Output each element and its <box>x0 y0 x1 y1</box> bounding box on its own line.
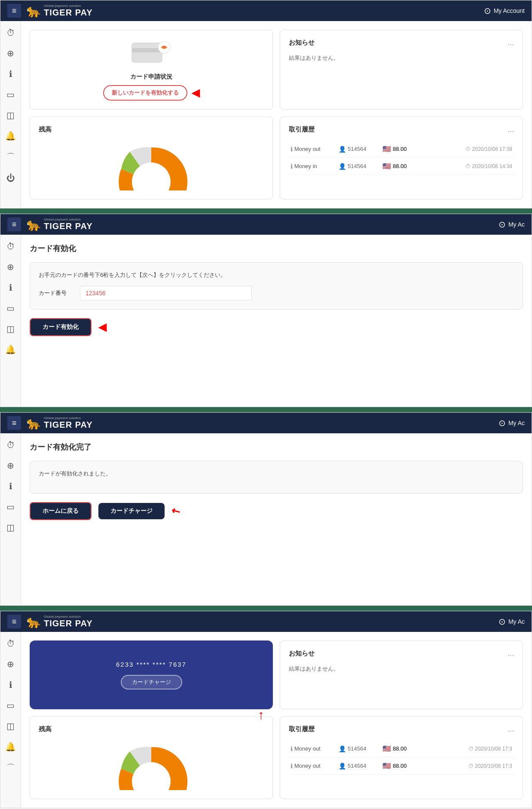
separator-3 <box>0 606 532 611</box>
sidebar-icon-circle-down[interactable]: ⊕ <box>7 48 14 58</box>
menu-button-1[interactable]: ≡ <box>7 4 21 18</box>
sidebar-4-icon-1[interactable]: ⏱ <box>6 639 15 649</box>
screen-3: ≡ 🐆 Global payment solution TIGER PAY ⊙ … <box>0 412 532 606</box>
sidebar-4-icon-5[interactable]: ◫ <box>6 721 15 731</box>
tx-id-4: 👤 514564 <box>339 745 377 752</box>
menu-button-2[interactable]: ≡ <box>7 218 21 231</box>
us-flag-icon: 🇺🇸 <box>382 145 391 153</box>
transaction-list-1: ℹ Money out 👤 514564 🇺🇸 88.00 <box>289 141 514 175</box>
red-arrow-3: ↖ <box>169 504 182 518</box>
tx-amount-4b: 🇺🇸 88.00 <box>382 762 417 770</box>
header-right-2: ⊙ My Ac <box>498 219 525 230</box>
sidebar-icon-info[interactable]: ℹ <box>9 69 12 79</box>
red-arrow-4: ↑ <box>258 708 264 722</box>
table-row: ℹ Money out 👤 514564 🇺🇸 88.00 <box>289 757 514 775</box>
header-1: ≡ 🐆 Global payment solution TIGER PAY ⊙ … <box>0 0 532 21</box>
tx-amount-value: 88.00 <box>393 146 407 152</box>
sidebar-2-icon-1[interactable]: ⏱ <box>6 242 15 251</box>
sidebar-3-icon-5[interactable]: ◫ <box>6 522 15 533</box>
tx-amount-value-4: 88.00 <box>393 745 407 752</box>
sidebar-4-icon-2[interactable]: ⊕ <box>7 659 14 669</box>
sidebar-icon-card[interactable]: ▭ <box>6 89 15 100</box>
sidebar-3-icon-2[interactable]: ⊕ <box>7 460 14 471</box>
notice-ellipsis-1[interactable]: ··· <box>508 40 514 49</box>
menu-button-3[interactable]: ≡ <box>7 416 21 430</box>
sidebar-4-icon-6[interactable]: 🔔 <box>5 742 16 752</box>
tx-type-out-1: ℹ Money out <box>290 146 333 153</box>
tx-date-value-4b: 2020/10/08 17:3 <box>475 763 512 769</box>
sidebar-2-icon-4[interactable]: ▭ <box>6 303 15 313</box>
account-label-4: My Ac <box>508 618 525 625</box>
card-number-input[interactable] <box>80 286 252 300</box>
tx-amount-4: 🇺🇸 88.00 <box>382 745 417 753</box>
separator-2 <box>0 407 532 412</box>
us-flag-icon-4b: 🇺🇸 <box>382 762 391 770</box>
header-left-2: ≡ 🐆 Global payment solution TIGER PAY <box>7 218 92 232</box>
activate-card-button-1[interactable]: 新しいカードを有効化する <box>103 85 187 101</box>
history-ellipsis-1[interactable]: ··· <box>508 127 514 136</box>
sidebar-2-icon-5[interactable]: ◫ <box>6 324 15 334</box>
account-icon-3: ⊙ <box>498 418 506 428</box>
tx-person-icon-2: 👤 <box>339 163 346 170</box>
logo-name-3: TIGER PAY <box>44 420 92 430</box>
menu-button-4[interactable]: ≡ <box>7 615 21 628</box>
header-3: ≡ 🐆 Global payment solution TIGER PAY ⊙ … <box>0 413 532 433</box>
donut-svg-1 <box>108 139 194 190</box>
sidebar-4-icon-4[interactable]: ▭ <box>6 700 15 711</box>
sidebar-icon-bell[interactable]: 🔔 <box>5 131 16 141</box>
tx-type-label-2: Money in <box>294 163 317 169</box>
tx-id-value-2: 514564 <box>348 163 366 169</box>
sidebar-2-icon-3[interactable]: ℹ <box>9 282 12 293</box>
logo-name-2: TIGER PAY <box>44 221 92 231</box>
account-label-1: My Account <box>494 7 525 14</box>
tx-info-icon-2: ℹ <box>290 163 293 170</box>
success-message-3: カードが有効化されました。 <box>39 470 514 478</box>
card-grid-1: カード申請状況 新しいカードを有効化する ◀ お知らせ ··· 結果はありません… <box>30 30 523 199</box>
activate-row: 新しいカードを有効化する ◀ <box>103 85 199 101</box>
tx-date-2: ⏱ 2020/10/08 14:34 <box>465 163 512 169</box>
history-card-1: 取引履歴 ··· ℹ Money out 👤 514564 <box>280 116 523 199</box>
notice-ellipsis-4[interactable]: ··· <box>508 651 514 660</box>
sidebar-icon-arch[interactable]: ⌒ <box>6 151 15 163</box>
history-ellipsis-4[interactable]: ··· <box>508 726 514 735</box>
sidebar-3-icon-4[interactable]: ▭ <box>6 502 15 512</box>
sidebar-2-icon-2[interactable]: ⊕ <box>7 262 14 272</box>
tx-id-value: 514564 <box>348 146 366 152</box>
logo-area-3: 🐆 Global payment solution TIGER PAY <box>26 416 92 430</box>
form-card-2: お手元のカードの番号下6桁を入力して【次へ】をクリックしてください。 カード番号 <box>30 262 523 310</box>
logo-subtitle-3: Global payment solution <box>44 416 92 420</box>
sidebar-2-icon-6[interactable]: 🔔 <box>5 344 16 355</box>
tx-person-icon-4: 👤 <box>339 745 346 752</box>
tx-date-4b: ⏱ 2020/10/08 17:3 <box>468 763 512 769</box>
tx-amount-value-2: 88.00 <box>393 163 407 169</box>
activate-card-button-2[interactable]: カード有効化 <box>30 318 92 336</box>
card-number-4: 6233 **** **** 7637 <box>116 661 187 668</box>
home-button-3[interactable]: ホームに戻る <box>30 502 92 520</box>
arrow-container-4: ↑ <box>258 708 264 722</box>
donut-svg-4 <box>108 739 194 790</box>
page-layout-2: ⏱ ⊕ ℹ ▭ ◫ 🔔 カード有効化 お手元のカードの番号下6桁を入力して【次へ… <box>0 235 532 407</box>
logo-subtitle-2: Global payment solution <box>44 218 92 221</box>
page-layout-4: ⏱ ⊕ ℹ ▭ ◫ 🔔 ⌒ 6233 **** **** 7637 カードチャー… <box>0 632 532 808</box>
account-icon-2: ⊙ <box>498 219 506 230</box>
us-flag-icon-4: 🇺🇸 <box>382 745 391 753</box>
sidebar-4-icon-3[interactable]: ℹ <box>9 680 12 690</box>
tx-amount-2: 🇺🇸 88.00 <box>382 162 417 170</box>
card-charge-button-4[interactable]: カードチャージ <box>121 675 182 689</box>
tx-type-label: Money out <box>294 146 321 152</box>
us-flag-icon-2: 🇺🇸 <box>382 162 391 170</box>
tx-type-label-4: Money out <box>294 745 321 752</box>
sidebar-icon-power[interactable]: ⏻ <box>6 173 15 183</box>
card-grid-4: 6233 **** **** 7637 カードチャージ ↑ お知らせ ··· 結… <box>30 640 523 799</box>
sidebar-3-icon-3[interactable]: ℹ <box>9 481 12 491</box>
charge-button-3[interactable]: カードチャージ <box>98 503 165 519</box>
sidebar-4-icon-7[interactable]: ⌒ <box>6 762 15 774</box>
sidebar-2: ⏱ ⊕ ℹ ▭ ◫ 🔔 <box>0 235 21 407</box>
sidebar-icon-wallet[interactable]: ◫ <box>6 110 15 120</box>
account-icon-1: ⊙ <box>484 6 491 16</box>
notice-header-1: お知らせ ··· <box>289 39 514 50</box>
btn-row-2: カード有効化 ◀ <box>30 318 523 336</box>
sidebar-icon-clock[interactable]: ⏱ <box>6 28 15 38</box>
svg-rect-1 <box>132 48 162 52</box>
sidebar-3-icon-1[interactable]: ⏱ <box>6 440 15 450</box>
